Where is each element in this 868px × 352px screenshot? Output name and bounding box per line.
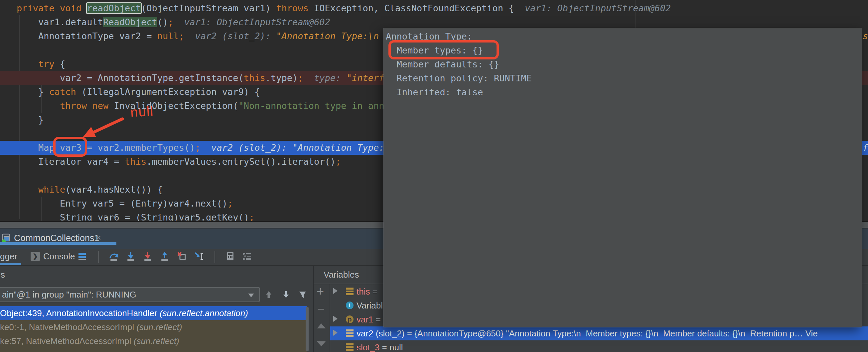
red-annotation-arrow (66, 110, 140, 149)
code-segment: .type) (266, 73, 298, 83)
evaluate-icon[interactable] (225, 251, 235, 261)
code-line[interactable]: var1.defaultReadObject(); var1: ObjectIn… (0, 15, 868, 29)
code-segment (17, 101, 60, 111)
value-inspection-popup[interactable]: Annotation Type: Member types: {} Member… (383, 28, 862, 327)
frame-location: Object:439, AnnotationInvocationHandler (0, 308, 160, 318)
variables-panel-title: Variables (323, 266, 359, 284)
hint-overflow-char: f (863, 141, 868, 155)
move-watch-down-icon[interactable] (317, 341, 326, 346)
view-options-icon[interactable] (77, 251, 87, 261)
code-segment: Iterator var4 = (17, 156, 125, 167)
remove-watch-icon[interactable]: − (317, 303, 324, 315)
code-segment: throws (276, 3, 309, 13)
debug-session-icon (1, 233, 11, 243)
code-segment: while (38, 184, 65, 195)
move-watch-up-icon[interactable] (317, 323, 326, 328)
info-icon: i (346, 302, 353, 309)
value-icon (346, 288, 353, 295)
step-into-icon[interactable] (126, 251, 136, 261)
frames-panel: ain"@1 in group "main": RUNNING Object:4… (0, 284, 313, 352)
frame-location: ke:57, NativeMethodAccessorImpl (0, 336, 134, 346)
debug-session-tab[interactable]: CommonCollections1 (14, 228, 99, 249)
code-segment: } (17, 114, 43, 125)
popup-line: Inherited: false (386, 85, 862, 99)
code-segment: ; (168, 17, 173, 27)
code-segment: private void (17, 3, 87, 13)
step-out-icon[interactable] (160, 251, 169, 261)
code-segment: var2 = AnnotationType.getInstance( (17, 73, 244, 83)
code-segment: String var6 = (String)var5.getKey() (17, 212, 249, 221)
toolbar-separator (98, 251, 99, 263)
code-segment: readObject (87, 3, 141, 13)
popup-line: Member defaults: {} (386, 58, 862, 71)
variable-text: var2 (slot_2) = {AnnotationType@650} "An… (356, 326, 818, 340)
watches-toolbar: + − (314, 284, 330, 352)
frame-row[interactable]: ke:57, NativeMethodAccessorImpl (sun.ref… (0, 334, 307, 348)
layout-settings-icon[interactable] (242, 251, 252, 261)
code-segment: { (55, 59, 65, 69)
filter-frames-icon[interactable] (297, 289, 308, 300)
value-icon (346, 343, 353, 351)
parameter-icon: p (346, 315, 353, 323)
ide-window: private void readObject(ObjectInputStrea… (0, 0, 868, 352)
code-segment: var1: ObjectInputStream@602 (514, 3, 671, 13)
code-segment: this (244, 73, 266, 83)
red-annotation-box-member-types (389, 40, 499, 60)
step-over-icon[interactable] (109, 251, 119, 261)
code-segment: "Non-annotation type in anno (239, 101, 390, 111)
expand-arrow-icon[interactable] (333, 330, 338, 336)
frame-row[interactable]: Object:439, AnnotationInvocationHandler … (0, 306, 307, 320)
code-segment: ; (227, 198, 233, 209)
code-segment: ; (195, 142, 200, 153)
code-segment: try (38, 59, 55, 69)
close-icon[interactable]: × (96, 228, 101, 249)
next-frame-icon[interactable] (281, 289, 291, 300)
active-tab-underline (0, 263, 21, 265)
frame-row[interactable]: ke:43, DelegatingMethodAccessorImpl (sun… (0, 348, 307, 352)
expand-arrow-icon[interactable] (333, 316, 338, 322)
variable-text: Variabl (356, 298, 383, 313)
code-line[interactable]: private void readObject(ObjectInputStrea… (0, 1, 868, 15)
code-segment: (IllegalArgumentException var9) { (76, 87, 260, 97)
code-segment: var2 (slot_2): (184, 31, 276, 41)
console-icon: ❯ (31, 252, 40, 261)
frame-location: ke:43, DelegatingMethodAccessorImpl (0, 350, 150, 352)
frame-row[interactable]: ke0:-1, NativeMethodAccessorImpl (sun.re… (0, 320, 307, 334)
thread-selector-value: ain"@1 in group "main": RUNNING (2, 288, 136, 302)
code-segment: (var4.hasNext()) { (65, 184, 163, 195)
code-segment: } (17, 87, 49, 97)
run-to-cursor-icon[interactable] (193, 251, 204, 261)
drop-frame-icon[interactable] (177, 251, 187, 261)
frames-panel-title: s (1, 266, 5, 284)
frame-package: (sun.reflect) (136, 322, 182, 332)
code-segment: "Annotation Type:\n (276, 31, 379, 41)
panel-divider[interactable] (313, 266, 314, 352)
frame-package: (sun.reflect) (150, 350, 196, 352)
code-segment: .memberValues.entrySet().iterator() (146, 156, 336, 167)
tab-debugger[interactable]: gger (0, 249, 17, 264)
previous-frame-icon[interactable] (264, 289, 274, 300)
add-watch-icon[interactable]: + (317, 285, 324, 297)
frame-location: ke0:-1, NativeMethodAccessorImpl (0, 322, 136, 332)
code-segment: null (157, 31, 179, 41)
active-tab-underline (0, 242, 116, 245)
variable-row[interactable]: var2 (slot_2) = {AnnotationType@650} "An… (330, 326, 868, 340)
frames-scrollbar[interactable] (306, 307, 309, 351)
value-icon (346, 329, 353, 337)
code-segment: catch (49, 87, 76, 97)
variable-text: this = (356, 285, 380, 298)
force-step-into-icon[interactable] (143, 251, 153, 261)
code-segment: IOException, ClassNotFoundException { (309, 3, 514, 13)
code-segment: this (125, 156, 146, 167)
hint-overflow-char: s (863, 29, 868, 43)
code-segment: var1: ObjectInputStream@602 (173, 17, 330, 27)
code-segment: Entry var5 = (Entry)var4.next() (17, 198, 227, 209)
expand-arrow-icon[interactable] (333, 288, 338, 294)
code-segment (17, 59, 38, 69)
code-segment: AnnotationType var2 = (17, 31, 157, 41)
tab-console-label: Console (43, 249, 75, 264)
popup-line: Retention policy: RUNTIME (386, 71, 862, 85)
thread-selector-dropdown[interactable]: ain"@1 in group "main": RUNNING (0, 287, 260, 302)
variable-row[interactable]: slot_3 = null (330, 340, 868, 352)
code-segment: ; (249, 212, 254, 221)
